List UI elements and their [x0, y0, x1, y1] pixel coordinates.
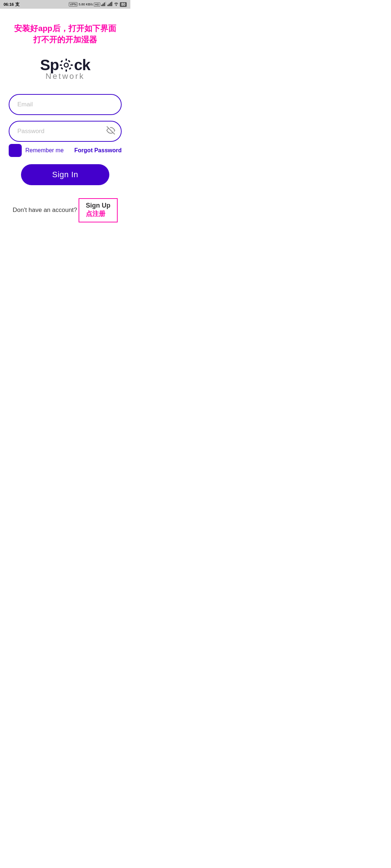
svg-rect-15 — [60, 60, 63, 63]
svg-rect-18 — [61, 67, 63, 69]
remember-me-label: Remember me — [25, 147, 64, 154]
options-row: Remember me Forgot Password — [9, 144, 122, 157]
form-container — [9, 94, 122, 142]
svg-point-10 — [65, 64, 68, 67]
instruction-text: 安装好app后，打开如下界面 打不开的开加湿器 — [14, 23, 116, 46]
sign-in-button[interactable]: Sign In — [21, 164, 109, 185]
network-5g-2 — [108, 2, 113, 7]
password-wrapper — [9, 121, 122, 142]
logo-area: Sp ck Network — [40, 56, 90, 81]
password-input[interactable] — [9, 121, 122, 142]
logo-network: Network — [46, 72, 85, 81]
signup-box[interactable]: Sign Up 点注册 — [79, 198, 118, 222]
status-left: 06:16 支 — [4, 1, 20, 8]
svg-rect-6 — [110, 3, 111, 6]
svg-rect-0 — [101, 5, 102, 6]
hd-badge: HD — [94, 3, 100, 7]
svg-rect-16 — [69, 67, 71, 70]
signup-section: Don't have an account? Sign Up 点注册 — [9, 198, 122, 222]
svg-point-8 — [115, 5, 117, 6]
network-5g-1 — [101, 2, 106, 7]
logo-ck: ck — [74, 56, 90, 74]
svg-rect-1 — [102, 4, 104, 6]
svg-rect-3 — [105, 2, 106, 6]
email-input[interactable] — [9, 94, 122, 115]
toggle-password-icon[interactable] — [106, 126, 115, 136]
svg-rect-7 — [111, 2, 112, 6]
remember-me-checkbox[interactable] — [9, 144, 22, 157]
instruction-line2: 打不开的开加湿器 — [14, 34, 116, 46]
battery-level: 80 — [120, 2, 127, 7]
signup-chinese-label: 点注册 — [86, 209, 110, 218]
alipay-icon: 支 — [15, 1, 20, 8]
vpn-badge: VPN — [69, 2, 78, 7]
main-content: 安装好app后，打开如下界面 打不开的开加湿器 Sp — [0, 9, 130, 230]
svg-rect-14 — [71, 64, 73, 66]
remember-me-group: Remember me — [9, 144, 64, 157]
svg-rect-17 — [68, 60, 71, 62]
svg-rect-4 — [108, 5, 109, 6]
instruction-line1: 安装好app后，打开如下界面 — [14, 23, 116, 34]
wifi-icon — [114, 2, 119, 7]
logo-gear-icon — [59, 58, 73, 72]
status-bar: 06:16 支 VPN 5.80 KB/s HD — [0, 0, 130, 9]
logo-sp: Sp — [40, 56, 59, 74]
svg-rect-5 — [109, 4, 110, 6]
svg-rect-2 — [104, 3, 105, 6]
no-account-text: Don't have an account? — [13, 207, 77, 214]
forgot-password-link[interactable]: Forgot Password — [74, 147, 122, 154]
speed-indicator: 5.80 KB/s — [79, 3, 93, 6]
time: 06:16 — [4, 2, 14, 7]
logo-text: Sp ck — [40, 56, 90, 74]
signup-label: Sign Up — [86, 202, 110, 209]
svg-rect-13 — [60, 64, 62, 66]
status-right: VPN 5.80 KB/s HD — [69, 2, 127, 7]
svg-rect-11 — [66, 59, 67, 61]
